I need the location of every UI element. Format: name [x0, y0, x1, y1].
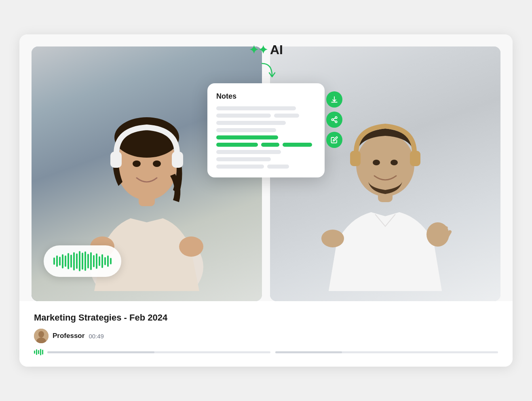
progress-track-right[interactable] — [275, 351, 498, 353]
progress-fill-right — [275, 351, 342, 353]
note-line-row — [216, 114, 316, 118]
presenter-row: Professor 00:49 — [34, 329, 498, 343]
waveform-bar — [79, 251, 80, 271]
waveform-bar — [87, 254, 89, 268]
waveform-bar — [93, 255, 95, 267]
note-line — [216, 114, 271, 118]
mini-bar — [38, 350, 39, 354]
waveform-bar — [56, 255, 58, 267]
waveform-bar — [65, 255, 66, 267]
note-line — [274, 114, 299, 118]
arrow-svg — [254, 61, 278, 82]
note-line-green — [283, 143, 312, 147]
waveform-bar — [101, 254, 103, 268]
main-card: ✦✦ AI Notes — [19, 34, 513, 367]
mini-bar — [36, 349, 37, 355]
presenter-time: 00:49 — [89, 333, 104, 340]
svg-rect-19 — [350, 151, 361, 166]
ai-text: AI — [270, 42, 283, 57]
progress-track-left[interactable] — [47, 351, 270, 353]
svg-line-13 — [333, 120, 335, 121]
svg-line-14 — [333, 118, 335, 119]
ai-overlay: ✦✦ AI Notes — [207, 42, 325, 177]
arrow-container — [254, 61, 278, 83]
svg-point-16 — [356, 133, 414, 196]
share-icon — [331, 116, 338, 123]
svg-point-18 — [391, 160, 398, 165]
sparkle-icon: ✦✦ — [249, 43, 268, 57]
notes-title: Notes — [216, 92, 316, 101]
waveform-bar — [110, 258, 112, 264]
svg-point-22 — [426, 222, 449, 247]
edit-button[interactable] — [326, 132, 342, 148]
audio-player-row — [34, 349, 498, 355]
download-button[interactable] — [326, 91, 342, 108]
waveform-bar — [107, 255, 109, 267]
video-section: ✦✦ AI Notes — [19, 34, 513, 301]
bottom-section: Marketing Strategies - Feb 2024 Professo… — [19, 301, 513, 367]
svg-point-4 — [133, 160, 141, 167]
presenter-name: Professor — [53, 332, 84, 340]
waveform-bar — [62, 254, 63, 268]
notes-card: Notes — [207, 83, 325, 177]
svg-point-5 — [153, 160, 161, 167]
note-line — [216, 165, 264, 169]
waveform-bar — [73, 252, 75, 270]
mini-bar — [42, 350, 43, 355]
progress-fill-left — [47, 351, 154, 353]
avatar-image — [34, 329, 49, 343]
note-line-green — [216, 135, 278, 139]
edit-icon — [331, 136, 338, 144]
progress-row[interactable] — [47, 351, 498, 353]
waveform-bar — [68, 253, 69, 269]
note-line — [216, 157, 271, 161]
note-line — [267, 165, 289, 169]
share-button[interactable] — [326, 112, 342, 128]
note-line-row — [216, 165, 316, 169]
waveform-bar — [70, 255, 72, 268]
waveform-bar — [96, 253, 97, 269]
svg-point-9 — [179, 236, 203, 257]
svg-rect-20 — [410, 151, 420, 166]
waveform-bar — [99, 256, 100, 266]
waveform-bar — [53, 257, 55, 265]
note-line — [216, 128, 276, 132]
waveform-bar — [82, 253, 83, 270]
waveform-bar — [84, 251, 86, 271]
mini-bar — [34, 350, 35, 354]
svg-point-17 — [373, 160, 380, 165]
note-line-green — [216, 143, 258, 147]
avatar — [34, 329, 49, 343]
waveform-bar — [104, 257, 106, 265]
waveform-bar — [59, 257, 61, 266]
ai-label: ✦✦ AI — [249, 42, 283, 57]
mini-bar — [40, 349, 41, 355]
waveform-bar — [76, 253, 78, 269]
action-buttons — [326, 91, 342, 148]
waveform-bars — [53, 251, 112, 271]
svg-rect-6 — [110, 152, 122, 168]
mini-waveform-icon — [34, 349, 43, 355]
waveform-bubble — [44, 245, 121, 277]
note-line — [216, 150, 281, 154]
meeting-title: Marketing Strategies - Feb 2024 — [34, 312, 498, 323]
waveform-bar — [90, 252, 92, 270]
note-line-green-row — [216, 143, 316, 147]
svg-point-21 — [321, 230, 344, 247]
svg-rect-7 — [172, 152, 183, 168]
note-line — [216, 121, 286, 125]
svg-point-27 — [38, 331, 44, 338]
download-icon — [331, 96, 338, 103]
note-line — [216, 106, 296, 110]
note-line-green — [261, 143, 279, 147]
